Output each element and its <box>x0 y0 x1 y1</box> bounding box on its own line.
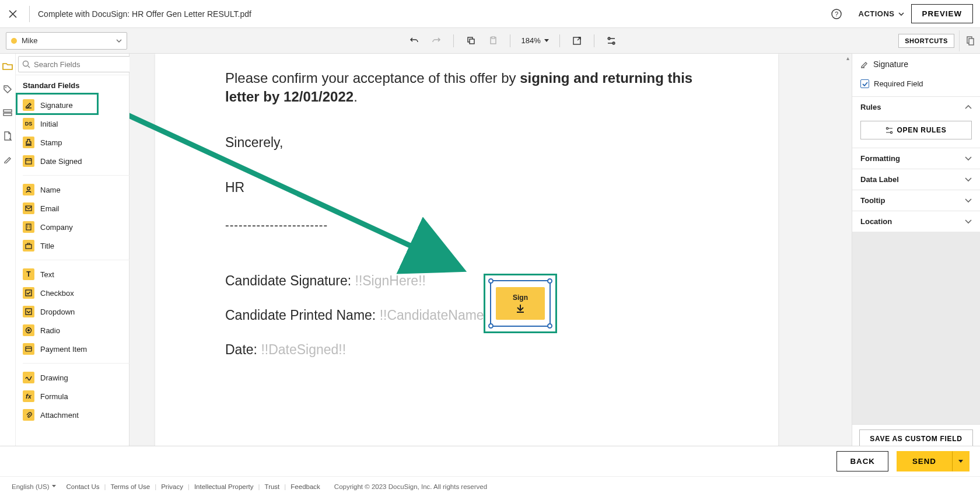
field-title[interactable]: Title <box>16 236 146 255</box>
field-stamp[interactable]: Stamp <box>16 133 146 152</box>
tooltip-label: Tooltip <box>860 196 885 205</box>
formula-icon: fx <box>23 390 34 402</box>
required-checkbox[interactable] <box>860 79 869 88</box>
field-label: Initial <box>40 120 58 128</box>
search-icon <box>22 60 30 68</box>
field-label: Signature <box>40 101 73 110</box>
field-date-signed[interactable]: Date Signed <box>16 152 146 170</box>
help-button[interactable]: ? <box>827 5 846 23</box>
field-signature[interactable]: Signature <box>16 96 146 114</box>
settings-tool-button[interactable] <box>601 32 621 50</box>
payment-icon <box>23 343 34 355</box>
footer-link-terms[interactable]: Terms of Use <box>110 483 150 490</box>
redo-button[interactable] <box>426 32 446 50</box>
svg-point-23 <box>27 329 30 331</box>
copy-button[interactable] <box>461 32 481 50</box>
paste-button[interactable] <box>483 32 503 50</box>
search-field-wrapper[interactable]: × <box>18 56 144 72</box>
formatting-label: Formatting <box>860 154 900 163</box>
close-icon <box>9 10 17 18</box>
chevron-up-icon <box>965 105 972 110</box>
attachment-icon <box>23 409 34 421</box>
field-name[interactable]: Name <box>16 180 146 199</box>
close-button[interactable] <box>0 0 26 28</box>
doc-hr: HR <box>225 180 708 195</box>
undo-icon <box>410 36 419 46</box>
doc-candidate-signature: Candidate Signature: !!SignHere!! <box>225 273 708 289</box>
field-label: Drawing <box>40 373 68 382</box>
footer-link-ip[interactable]: Intellectual Property <box>194 483 254 490</box>
document-canvas[interactable]: Please confirm your acceptance of this o… <box>130 54 852 476</box>
footer-link-feedback[interactable]: Feedback <box>290 483 320 490</box>
rail-merge-fields[interactable] <box>0 105 15 120</box>
field-radio[interactable]: Radio <box>16 321 146 340</box>
field-initial[interactable]: DS Initial <box>16 114 146 133</box>
field-payment[interactable]: Payment Item <box>16 340 146 358</box>
field-attachment[interactable]: Attachment <box>16 406 146 424</box>
pages-icon <box>965 36 975 46</box>
sliders-icon <box>886 127 893 134</box>
field-company[interactable]: Company <box>16 218 146 236</box>
field-list: Standard Fields Signature DS Initial Sta… <box>16 75 146 476</box>
language-selector[interactable]: English (US) <box>12 483 56 490</box>
radio-icon <box>23 324 34 336</box>
recipient-dropdown[interactable]: Mike <box>6 32 127 50</box>
field-text[interactable]: T Text <box>16 265 146 284</box>
main-area: × Standard Fields Signature DS Initial S… <box>0 54 980 476</box>
rules-section[interactable]: Rules <box>852 96 980 117</box>
svg-point-27 <box>891 131 892 133</box>
field-email[interactable]: Email <box>16 199 146 218</box>
pages-panel-button[interactable] <box>959 30 980 51</box>
location-section[interactable]: Location <box>852 211 980 232</box>
pen-icon <box>4 155 12 163</box>
svg-rect-12 <box>4 110 12 112</box>
folder-icon <box>2 62 13 70</box>
field-label: Email <box>40 204 60 213</box>
divider <box>594 34 594 47</box>
divider <box>29 6 30 22</box>
drawing-icon <box>23 372 34 383</box>
field-label: Company <box>40 223 73 232</box>
send-button[interactable]: SEND <box>897 451 952 471</box>
actions-menu[interactable]: ACTIONS <box>859 9 904 18</box>
required-label: Required Field <box>874 79 923 88</box>
preview-button[interactable]: PREVIEW <box>911 4 973 23</box>
rail-document[interactable] <box>0 128 15 144</box>
toolbar: Mike 184% SHORTCUTS <box>0 28 980 54</box>
svg-rect-18 <box>26 224 31 230</box>
data-label-section[interactable]: Data Label <box>852 169 980 190</box>
zoom-control[interactable]: 184% <box>517 36 552 45</box>
formatting-section[interactable]: Formatting <box>852 148 980 169</box>
footer-link-trust[interactable]: Trust <box>265 483 280 490</box>
open-rules-button[interactable]: OPEN RULES <box>860 121 972 139</box>
send-menu-button[interactable] <box>952 451 970 471</box>
building-icon <box>23 221 34 233</box>
required-field-row[interactable]: Required Field <box>852 76 980 96</box>
field-dropdown[interactable]: Dropdown <box>16 302 146 321</box>
pen-icon <box>860 60 869 68</box>
tooltip-section[interactable]: Tooltip <box>852 190 980 211</box>
field-checkbox[interactable]: Checkbox <box>16 284 146 302</box>
field-formula[interactable]: fx Formula <box>16 387 146 406</box>
search-input[interactable] <box>34 60 132 69</box>
fields-panel: × Standard Fields Signature DS Initial S… <box>16 54 146 476</box>
doc-candidate-name: Candidate Printed Name: !!CandidateName!… <box>225 308 708 323</box>
svg-rect-3 <box>470 39 474 44</box>
document-page[interactable]: Please confirm your acceptance of this o… <box>155 54 778 456</box>
divider <box>23 175 139 176</box>
chevron-down-icon <box>965 156 972 161</box>
footer-link-privacy[interactable]: Privacy <box>161 483 183 490</box>
rail-edit[interactable] <box>0 152 15 167</box>
divider <box>453 34 454 47</box>
scroll-up-icon[interactable]: ▴ <box>844 54 852 62</box>
autoplace-button[interactable] <box>567 32 587 50</box>
undo-button[interactable] <box>404 32 424 50</box>
vertical-scrollbar[interactable]: ▴ ▾ <box>844 54 852 476</box>
divider <box>23 363 139 364</box>
footer-link-contact[interactable]: Contact Us <box>66 483 100 490</box>
back-button[interactable]: BACK <box>836 451 888 471</box>
rail-standard-fields[interactable] <box>0 58 15 74</box>
shortcuts-button[interactable]: SHORTCUTS <box>898 34 954 48</box>
rail-custom-fields[interactable] <box>0 82 15 97</box>
field-drawing[interactable]: Drawing <box>16 368 146 387</box>
